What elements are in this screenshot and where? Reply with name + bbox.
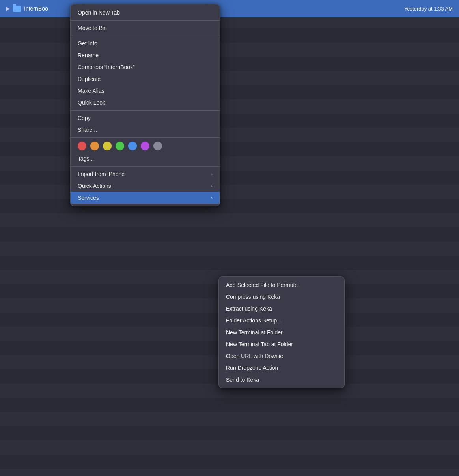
separator-2 <box>71 36 220 36</box>
chevron-right-icon: › <box>211 195 213 200</box>
menu-label-quick-look: Quick Look <box>78 99 105 106</box>
yellow-dot[interactable] <box>103 142 112 150</box>
submenu-label-add-permute: Add Selected File to Permute <box>226 282 298 288</box>
menu-item-quick-actions[interactable]: Quick Actions › <box>71 180 220 192</box>
menu-item-compress[interactable]: Compress “InternBook” <box>71 61 220 73</box>
gray-dot[interactable] <box>153 142 162 150</box>
background-stripes <box>0 0 459 476</box>
menu-label-rename: Rename <box>78 52 99 58</box>
blue-dot[interactable] <box>128 142 137 150</box>
breadcrumb: ▶ InternBoo <box>6 6 48 12</box>
menu-item-open-new-tab[interactable]: Open in New Tab <box>71 7 220 19</box>
separator-3 <box>71 110 220 111</box>
menu-label-copy: Copy <box>78 115 91 121</box>
orange-dot[interactable] <box>90 142 99 150</box>
menu-item-get-info[interactable]: Get Info <box>71 37 220 49</box>
submenu-item-add-permute[interactable]: Add Selected File to Permute <box>219 279 344 291</box>
folder-name: InternBoo <box>24 6 48 12</box>
submenu-item-send-keka[interactable]: Send to Keka <box>219 374 344 386</box>
menu-item-move-to-bin[interactable]: Move to Bin <box>71 22 220 34</box>
green-dot[interactable] <box>116 142 124 150</box>
submenu-label-extract-keka: Extract using Keka <box>226 305 272 312</box>
submenu-item-new-terminal-tab[interactable]: New Terminal Tab at Folder <box>219 338 344 350</box>
menu-label-tags: Tags... <box>78 156 94 162</box>
submenu-item-compress-keka[interactable]: Compress using Keka <box>219 291 344 303</box>
menu-label-compress: Compress “InternBook” <box>78 64 135 70</box>
chevron-right-icon: › <box>211 172 213 176</box>
menu-label-make-alias: Make Alias <box>78 88 104 94</box>
menu-label-services: Services <box>78 195 99 201</box>
menu-label-share: Share... <box>78 127 97 133</box>
menu-item-quick-look[interactable]: Quick Look <box>71 97 220 109</box>
menu-item-tags[interactable]: Tags... <box>71 153 220 165</box>
menu-item-make-alias[interactable]: Make Alias <box>71 85 220 97</box>
menu-label-get-info: Get Info <box>78 40 97 47</box>
separator-4 <box>71 137 220 138</box>
submenu-label-folder-actions: Folder Actions Setup... <box>226 317 282 324</box>
menu-item-duplicate[interactable]: Duplicate <box>71 73 220 85</box>
submenu-item-extract-keka[interactable]: Extract using Keka <box>219 303 344 315</box>
menu-label-open-new-tab: Open in New Tab <box>78 9 120 16</box>
folder-icon <box>13 6 21 12</box>
menu-label-move-to-bin: Move to Bin <box>78 25 107 31</box>
menu-item-import-iphone[interactable]: Import from iPhone › <box>71 168 220 180</box>
color-dots-row <box>71 139 220 153</box>
menu-label-import-iphone: Import from iPhone <box>78 171 125 177</box>
services-submenu: Add Selected File to Permute Compress us… <box>218 276 345 388</box>
submenu-label-new-terminal-tab: New Terminal Tab at Folder <box>226 341 293 347</box>
menu-item-share[interactable]: Share... <box>71 124 220 136</box>
red-dot[interactable] <box>78 142 86 150</box>
timestamp: Yesterday at 1:33 AM <box>404 6 453 12</box>
submenu-item-run-dropzone[interactable]: Run Dropzone Action <box>219 362 344 374</box>
submenu-label-open-url-downie: Open URL with Downie <box>226 353 283 359</box>
chevron-right-icon: ▶ <box>6 6 10 11</box>
submenu-label-new-terminal-folder: New Terminal at Folder <box>226 329 283 335</box>
menu-item-rename[interactable]: Rename <box>71 49 220 61</box>
menu-label-quick-actions: Quick Actions <box>78 183 111 189</box>
separator-5 <box>71 166 220 167</box>
top-bar: ▶ InternBoo Yesterday at 1:33 AM <box>0 0 459 17</box>
submenu-label-run-dropzone: Run Dropzone Action <box>226 365 278 371</box>
purple-dot[interactable] <box>141 142 149 150</box>
menu-item-copy[interactable]: Copy <box>71 112 220 124</box>
separator-1 <box>71 20 220 21</box>
submenu-label-send-keka: Send to Keka <box>226 377 259 383</box>
menu-label-duplicate: Duplicate <box>78 76 101 82</box>
context-menu: Open in New Tab Move to Bin Get Info Ren… <box>70 4 220 206</box>
submenu-item-open-url-downie[interactable]: Open URL with Downie <box>219 350 344 362</box>
chevron-right-icon: › <box>211 184 213 188</box>
menu-item-services[interactable]: Services › <box>71 192 220 204</box>
submenu-item-new-terminal-folder[interactable]: New Terminal at Folder <box>219 326 344 338</box>
submenu-item-folder-actions[interactable]: Folder Actions Setup... <box>219 315 344 326</box>
submenu-label-compress-keka: Compress using Keka <box>226 294 280 300</box>
